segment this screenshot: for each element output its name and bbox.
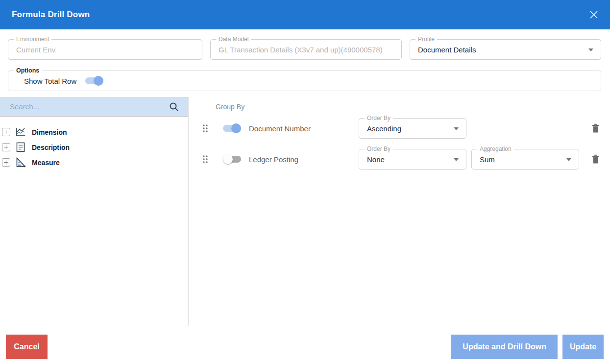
- environment-field: Environment: [8, 39, 202, 60]
- data-model-field: Data Model: [210, 39, 402, 60]
- set-square-icon: [15, 157, 26, 168]
- group-by-label: Group By: [216, 103, 610, 111]
- aggregation-label: Aggregation: [477, 146, 514, 153]
- formula-drill-down-dialog: Formula Drill Down Environment Data Mode…: [0, 0, 610, 364]
- chevron-down-icon: [454, 127, 459, 130]
- group-by-panel: Group By Document Number Order By: [189, 97, 610, 326]
- expand-plus-icon[interactable]: [2, 128, 10, 136]
- options-label: Options: [14, 67, 42, 74]
- order-by-label: Order By: [365, 115, 393, 122]
- aggregation-select[interactable]: Aggregation Sum: [471, 149, 579, 170]
- toggle-thumb: [223, 154, 233, 164]
- dialog-title: Formula Drill Down: [12, 10, 90, 20]
- toggle-thumb: [94, 76, 103, 86]
- field-tree: Dimension Description: [0, 117, 188, 170]
- profile-value: Document Details: [410, 40, 601, 59]
- group-by-field-name: Ledger Posting: [249, 155, 359, 164]
- trash-icon: [591, 123, 600, 133]
- search-input[interactable]: [0, 102, 169, 111]
- document-lines-icon: [15, 142, 26, 152]
- order-by-select[interactable]: Order By None: [359, 149, 466, 170]
- drag-handle-icon[interactable]: [202, 123, 209, 133]
- delete-row-button[interactable]: [591, 154, 600, 164]
- row-enable-toggle[interactable]: [223, 154, 241, 164]
- tree-item-measure[interactable]: Measure: [0, 155, 188, 170]
- search-bar: [0, 97, 188, 117]
- chevron-down-icon: [566, 158, 571, 161]
- update-and-drill-down-button[interactable]: Update and Drill Down: [451, 335, 558, 359]
- data-model-label: Data Model: [216, 36, 251, 43]
- chevron-down-icon: [588, 49, 593, 51]
- update-button[interactable]: Update: [562, 335, 604, 359]
- dialog-footer: Cancel Update and Drill Down Update: [0, 326, 610, 364]
- close-button[interactable]: [586, 7, 602, 23]
- toggle-thumb: [231, 123, 241, 133]
- show-total-row-label: Show Total Row: [24, 77, 76, 85]
- tree-item-label: Description: [32, 144, 70, 151]
- cancel-button[interactable]: Cancel: [6, 335, 48, 359]
- tree-item-description[interactable]: Description: [0, 140, 188, 155]
- search-icon[interactable]: [169, 101, 179, 112]
- options-group: Options Show Total Row: [8, 71, 601, 91]
- close-icon: [586, 7, 601, 22]
- row-enable-toggle[interactable]: [223, 123, 241, 133]
- group-by-field-name: Document Number: [249, 124, 359, 133]
- profile-label: Profile: [415, 36, 437, 43]
- group-by-row: Document Number Order By Ascending: [202, 118, 610, 139]
- group-by-row: Ledger Posting Order By None Aggregation…: [202, 148, 610, 170]
- order-by-select[interactable]: Order By Ascending: [359, 118, 466, 139]
- tree-item-label: Measure: [32, 159, 60, 167]
- chevron-down-icon: [454, 158, 459, 161]
- environment-label: Environment: [14, 36, 51, 43]
- dialog-header: Formula Drill Down: [0, 0, 610, 29]
- tree-item-dimension[interactable]: Dimension: [0, 124, 188, 140]
- profile-select[interactable]: Profile Document Details: [410, 39, 601, 60]
- drag-handle-icon[interactable]: [202, 154, 209, 164]
- order-by-label: Order By: [365, 146, 393, 153]
- trash-icon: [591, 154, 600, 164]
- expand-plus-icon[interactable]: [2, 158, 10, 167]
- show-total-row-toggle[interactable]: [85, 76, 103, 86]
- expand-plus-icon[interactable]: [2, 143, 10, 151]
- line-chart-icon: [15, 127, 26, 137]
- field-tree-panel: Dimension Description: [0, 97, 189, 326]
- tree-item-label: Dimension: [32, 128, 67, 136]
- main-area: Dimension Description: [0, 97, 610, 326]
- delete-row-button[interactable]: [591, 123, 600, 133]
